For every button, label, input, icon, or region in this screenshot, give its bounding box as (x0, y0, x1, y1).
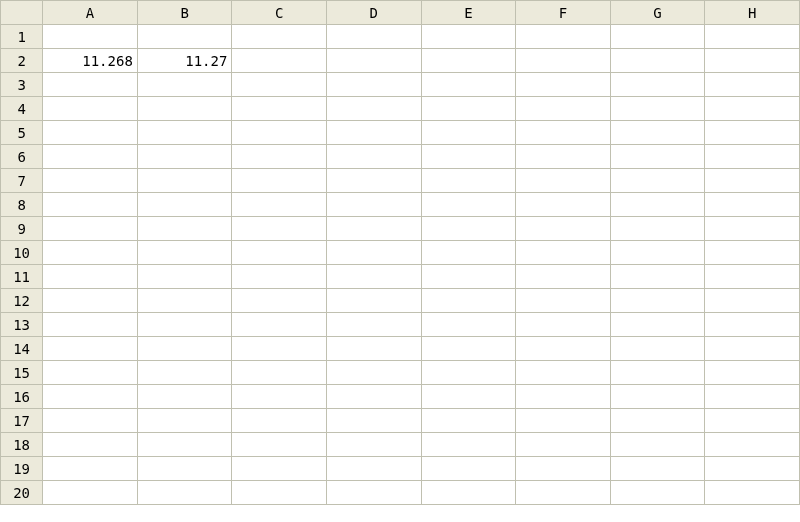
row-header-11[interactable]: 11 (1, 265, 43, 289)
cell-B19[interactable] (137, 457, 232, 481)
cell-H13[interactable] (705, 313, 800, 337)
cell-F6[interactable] (516, 145, 611, 169)
cell-D17[interactable] (326, 409, 421, 433)
cell-H3[interactable] (705, 73, 800, 97)
cell-E10[interactable] (421, 241, 516, 265)
cell-E7[interactable] (421, 169, 516, 193)
cell-E19[interactable] (421, 457, 516, 481)
cell-H8[interactable] (705, 193, 800, 217)
cell-B12[interactable] (137, 289, 232, 313)
cell-G11[interactable] (610, 265, 705, 289)
cell-G16[interactable] (610, 385, 705, 409)
cell-A8[interactable] (43, 193, 138, 217)
cell-H20[interactable] (705, 481, 800, 505)
cell-G20[interactable] (610, 481, 705, 505)
cell-H12[interactable] (705, 289, 800, 313)
cell-H14[interactable] (705, 337, 800, 361)
cell-C3[interactable] (232, 73, 327, 97)
cell-B17[interactable] (137, 409, 232, 433)
cell-A7[interactable] (43, 169, 138, 193)
cell-F1[interactable] (516, 25, 611, 49)
cell-G19[interactable] (610, 457, 705, 481)
cell-D4[interactable] (326, 97, 421, 121)
row-header-12[interactable]: 12 (1, 289, 43, 313)
cell-D3[interactable] (326, 73, 421, 97)
cell-F11[interactable] (516, 265, 611, 289)
row-header-3[interactable]: 3 (1, 73, 43, 97)
cell-H4[interactable] (705, 97, 800, 121)
cell-H6[interactable] (705, 145, 800, 169)
cell-A3[interactable] (43, 73, 138, 97)
cell-A12[interactable] (43, 289, 138, 313)
cell-E1[interactable] (421, 25, 516, 49)
cell-B3[interactable] (137, 73, 232, 97)
col-header-B[interactable]: B (137, 1, 232, 25)
cell-A2[interactable]: 11.268 (43, 49, 138, 73)
row-header-4[interactable]: 4 (1, 97, 43, 121)
cell-D11[interactable] (326, 265, 421, 289)
cell-G10[interactable] (610, 241, 705, 265)
cell-D1[interactable] (326, 25, 421, 49)
row-header-5[interactable]: 5 (1, 121, 43, 145)
cell-D13[interactable] (326, 313, 421, 337)
cell-B10[interactable] (137, 241, 232, 265)
cell-B16[interactable] (137, 385, 232, 409)
cell-F2[interactable] (516, 49, 611, 73)
cell-D8[interactable] (326, 193, 421, 217)
cell-C18[interactable] (232, 433, 327, 457)
cell-F3[interactable] (516, 73, 611, 97)
row-header-8[interactable]: 8 (1, 193, 43, 217)
cell-A14[interactable] (43, 337, 138, 361)
cell-G15[interactable] (610, 361, 705, 385)
cell-C20[interactable] (232, 481, 327, 505)
cell-B7[interactable] (137, 169, 232, 193)
cell-C8[interactable] (232, 193, 327, 217)
cell-A11[interactable] (43, 265, 138, 289)
cell-H17[interactable] (705, 409, 800, 433)
cell-G7[interactable] (610, 169, 705, 193)
cell-E9[interactable] (421, 217, 516, 241)
cell-B5[interactable] (137, 121, 232, 145)
cell-F10[interactable] (516, 241, 611, 265)
cell-H11[interactable] (705, 265, 800, 289)
row-header-18[interactable]: 18 (1, 433, 43, 457)
cell-G3[interactable] (610, 73, 705, 97)
cell-A17[interactable] (43, 409, 138, 433)
cell-A15[interactable] (43, 361, 138, 385)
cell-A16[interactable] (43, 385, 138, 409)
row-header-20[interactable]: 20 (1, 481, 43, 505)
cell-G13[interactable] (610, 313, 705, 337)
cell-C19[interactable] (232, 457, 327, 481)
cell-C13[interactable] (232, 313, 327, 337)
cell-D9[interactable] (326, 217, 421, 241)
col-header-E[interactable]: E (421, 1, 516, 25)
cell-A1[interactable] (43, 25, 138, 49)
cell-E15[interactable] (421, 361, 516, 385)
cell-B6[interactable] (137, 145, 232, 169)
row-header-13[interactable]: 13 (1, 313, 43, 337)
cell-G2[interactable] (610, 49, 705, 73)
row-header-1[interactable]: 1 (1, 25, 43, 49)
cell-F9[interactable] (516, 217, 611, 241)
cell-F18[interactable] (516, 433, 611, 457)
cell-F16[interactable] (516, 385, 611, 409)
cell-F8[interactable] (516, 193, 611, 217)
cell-H18[interactable] (705, 433, 800, 457)
cell-C1[interactable] (232, 25, 327, 49)
cell-C11[interactable] (232, 265, 327, 289)
cell-G1[interactable] (610, 25, 705, 49)
cell-B9[interactable] (137, 217, 232, 241)
cell-E16[interactable] (421, 385, 516, 409)
cell-H1[interactable] (705, 25, 800, 49)
cell-E17[interactable] (421, 409, 516, 433)
row-header-16[interactable]: 16 (1, 385, 43, 409)
cell-B8[interactable] (137, 193, 232, 217)
cell-A10[interactable] (43, 241, 138, 265)
row-header-19[interactable]: 19 (1, 457, 43, 481)
cell-E8[interactable] (421, 193, 516, 217)
cell-A4[interactable] (43, 97, 138, 121)
cell-H10[interactable] (705, 241, 800, 265)
row-header-9[interactable]: 9 (1, 217, 43, 241)
cell-G4[interactable] (610, 97, 705, 121)
cell-B4[interactable] (137, 97, 232, 121)
